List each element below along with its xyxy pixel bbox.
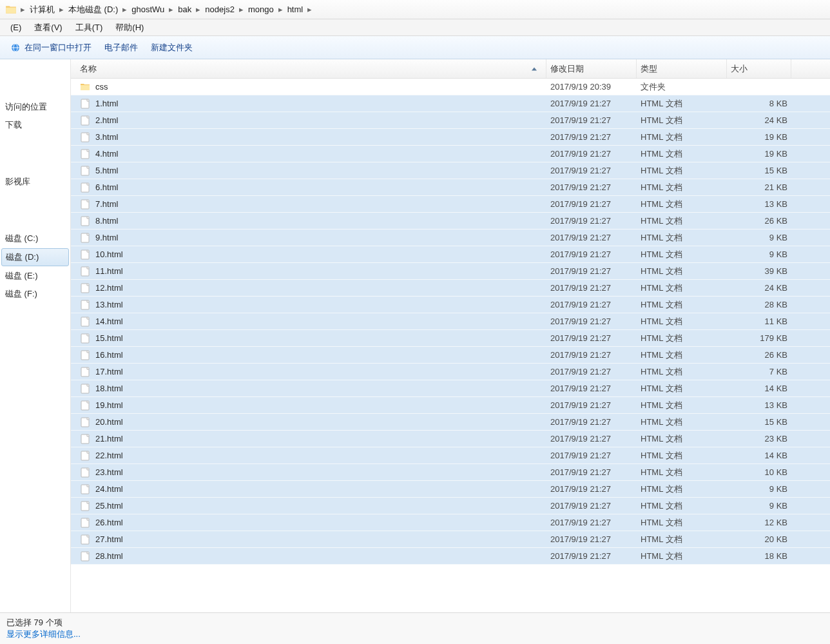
sidebar-item[interactable]: 磁盘 (F:) <box>0 285 70 303</box>
file-type: HTML 文档 <box>637 249 727 260</box>
sidebar-item[interactable]: 访问的位置 <box>0 98 70 116</box>
table-row[interactable]: 4.html2017/9/19 21:27HTML 文档19 KB <box>71 146 830 162</box>
email-button[interactable]: 电子邮件 <box>98 39 144 56</box>
html-file-icon <box>80 216 90 226</box>
menu-item[interactable]: (E) <box>4 21 28 34</box>
new-folder-label: 新建文件夹 <box>151 42 193 54</box>
file-name: 22.html <box>95 451 123 460</box>
file-date: 2017/9/19 21:27 <box>546 518 637 527</box>
open-same-window-button[interactable]: 在同一窗口中打开 <box>4 39 98 56</box>
column-header-size[interactable]: 大小 <box>727 59 791 78</box>
table-row[interactable]: 23.html2017/9/19 21:27HTML 文档10 KB <box>71 464 830 481</box>
table-row[interactable]: 1.html2017/9/19 21:27HTML 文档8 KB <box>71 95 830 112</box>
svg-rect-26 <box>81 502 89 511</box>
menu-item[interactable]: 工具(T) <box>69 21 110 35</box>
sidebar-item[interactable] <box>0 92 70 98</box>
sidebar-item[interactable]: 下载 <box>0 116 70 134</box>
html-file-icon <box>80 400 90 411</box>
table-row[interactable]: 2.html2017/9/19 21:27HTML 文档24 KB <box>71 112 830 129</box>
breadcrumb[interactable]: ▸计算机▸本地磁盘 (D:)▸ghostWu▸bak▸nodejs2▸mongo… <box>19 0 313 19</box>
ie-icon <box>10 43 21 53</box>
table-row[interactable]: 12.html2017/9/19 21:27HTML 文档24 KB <box>71 280 830 297</box>
file-name: 15.html <box>95 333 123 343</box>
file-type: HTML 文档 <box>637 232 727 244</box>
file-type: HTML 文档 <box>637 299 727 311</box>
chevron-right-icon[interactable]: ▸ <box>306 5 313 14</box>
chevron-right-icon[interactable]: ▸ <box>121 5 128 14</box>
breadcrumb-item[interactable]: bak <box>175 0 195 19</box>
table-row[interactable]: 7.html2017/9/19 21:27HTML 文档13 KB <box>71 196 830 213</box>
file-date: 2017/9/19 21:27 <box>546 451 637 460</box>
table-row[interactable]: 27.html2017/9/19 21:27HTML 文档20 KB <box>71 531 830 548</box>
file-name: 3.html <box>95 132 118 142</box>
table-row[interactable]: 18.html2017/9/19 21:27HTML 文档14 KB <box>71 380 830 397</box>
breadcrumb-item[interactable]: 计算机 <box>26 0 58 19</box>
table-row[interactable]: css2017/9/19 20:39文件夹 <box>71 79 830 95</box>
file-size: 15 KB <box>727 417 791 427</box>
table-row[interactable]: 22.html2017/9/19 21:27HTML 文档14 KB <box>71 447 830 464</box>
file-date: 2017/9/19 21:27 <box>546 384 637 393</box>
svg-rect-18 <box>81 367 89 376</box>
file-size: 9 KB <box>727 233 791 242</box>
table-row[interactable]: 14.html2017/9/19 21:27HTML 文档11 KB <box>71 313 830 330</box>
chevron-right-icon[interactable]: ▸ <box>238 5 245 14</box>
file-size: 7 KB <box>727 367 791 376</box>
table-row[interactable]: 19.html2017/9/19 21:27HTML 文档13 KB <box>71 397 830 414</box>
file-type: HTML 文档 <box>637 115 727 126</box>
table-row[interactable]: 24.html2017/9/19 21:27HTML 文档9 KB <box>71 481 830 498</box>
column-header-name[interactable]: 名称 <box>76 59 546 78</box>
chevron-right-icon[interactable]: ▸ <box>195 5 202 14</box>
html-file-icon <box>80 199 90 210</box>
file-date: 2017/9/19 21:27 <box>546 333 637 343</box>
file-list[interactable]: css2017/9/19 20:39文件夹1.html2017/9/19 21:… <box>71 79 830 612</box>
chevron-right-icon[interactable]: ▸ <box>277 5 284 14</box>
table-row[interactable]: 13.html2017/9/19 21:27HTML 文档28 KB <box>71 297 830 313</box>
menu-item[interactable]: 查看(V) <box>28 21 68 35</box>
column-headers: 名称 修改日期 类型 大小 <box>71 59 830 79</box>
chevron-right-icon[interactable]: ▸ <box>19 5 26 14</box>
file-size: 9 KB <box>727 249 791 259</box>
table-row[interactable]: 25.html2017/9/19 21:27HTML 文档9 KB <box>71 498 830 514</box>
menu-item[interactable]: 帮助(H) <box>109 21 150 35</box>
breadcrumb-item[interactable]: nodejs2 <box>202 0 238 19</box>
table-row[interactable]: 3.html2017/9/19 21:27HTML 文档19 KB <box>71 129 830 146</box>
file-name: 12.html <box>95 283 123 293</box>
table-row[interactable]: 5.html2017/9/19 21:27HTML 文档15 KB <box>71 162 830 179</box>
column-header-type[interactable]: 类型 <box>637 59 727 78</box>
chevron-right-icon[interactable]: ▸ <box>58 5 65 14</box>
breadcrumb-item[interactable]: 本地磁盘 (D:) <box>65 0 121 19</box>
html-file-icon <box>80 300 90 310</box>
html-file-icon <box>80 266 90 277</box>
file-type: HTML 文档 <box>637 551 727 562</box>
table-row[interactable]: 10.html2017/9/19 21:27HTML 文档9 KB <box>71 246 830 263</box>
sidebar-item[interactable]: 磁盘 (C:) <box>0 229 70 248</box>
html-file-icon <box>80 534 90 545</box>
sidebar-item[interactable]: 磁盘 (D:) <box>1 248 69 266</box>
table-row[interactable]: 8.html2017/9/19 21:27HTML 文档26 KB <box>71 213 830 229</box>
html-file-icon <box>80 484 90 494</box>
file-name: 10.html <box>95 249 123 259</box>
html-file-icon <box>80 551 90 561</box>
file-size: 26 KB <box>727 350 791 360</box>
table-row[interactable]: 28.html2017/9/19 21:27HTML 文档18 KB <box>71 548 830 565</box>
table-row[interactable]: 16.html2017/9/19 21:27HTML 文档26 KB <box>71 347 830 364</box>
file-type: HTML 文档 <box>637 383 727 395</box>
table-row[interactable]: 26.html2017/9/19 21:27HTML 文档12 KB <box>71 514 830 531</box>
status-more-details-link[interactable]: 显示更多详细信息... <box>6 629 824 640</box>
table-row[interactable]: 15.html2017/9/19 21:27HTML 文档179 KB <box>71 330 830 347</box>
breadcrumb-item[interactable]: mongo <box>245 0 277 19</box>
sidebar-item[interactable]: 磁盘 (E:) <box>0 267 70 285</box>
table-row[interactable]: 11.html2017/9/19 21:27HTML 文档39 KB <box>71 263 830 280</box>
table-row[interactable]: 21.html2017/9/19 21:27HTML 文档23 KB <box>71 431 830 447</box>
table-row[interactable]: 20.html2017/9/19 21:27HTML 文档15 KB <box>71 414 830 431</box>
table-row[interactable]: 17.html2017/9/19 21:27HTML 文档7 KB <box>71 364 830 380</box>
table-row[interactable]: 6.html2017/9/19 21:27HTML 文档21 KB <box>71 179 830 196</box>
column-header-date[interactable]: 修改日期 <box>546 59 637 78</box>
table-row[interactable]: 9.html2017/9/19 21:27HTML 文档9 KB <box>71 229 830 246</box>
svg-rect-6 <box>81 166 89 175</box>
chevron-right-icon[interactable]: ▸ <box>168 5 175 14</box>
breadcrumb-item[interactable]: ghostWu <box>128 0 168 19</box>
new-folder-button[interactable]: 新建文件夹 <box>144 39 199 56</box>
breadcrumb-item[interactable]: html <box>284 0 307 19</box>
sidebar-item[interactable]: 影视库 <box>0 173 70 191</box>
